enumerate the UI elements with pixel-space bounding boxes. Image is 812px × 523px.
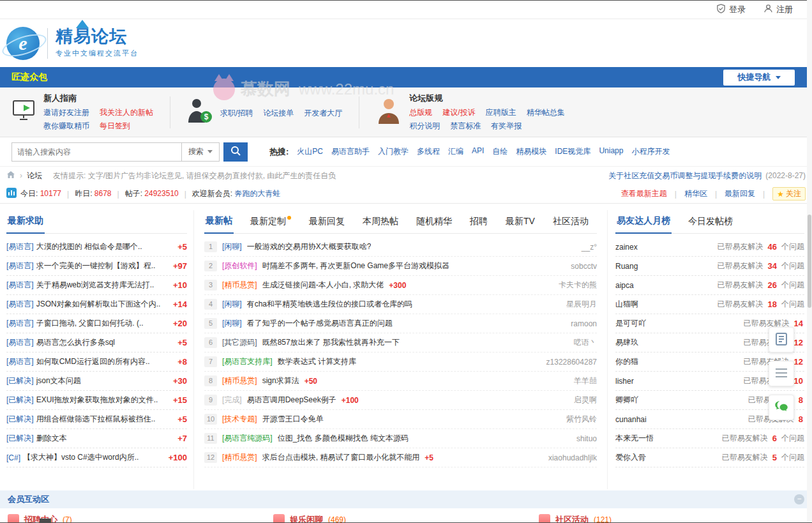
stats-link[interactable]: 最新回复	[725, 188, 755, 199]
post-author[interactable]: 紫竹风铃	[561, 414, 597, 425]
rules-link[interactable]: 积分说明	[409, 121, 440, 132]
post-author[interactable]: 星辰明月	[561, 299, 597, 310]
rank-list-item[interactable]: 本来无一悟已帮易友解决6个问题	[615, 429, 804, 448]
topic-tag[interactable]: [闲聊]	[222, 299, 242, 310]
login-button[interactable]: 登录	[716, 4, 746, 15]
topic-tag[interactable]: [易语言]	[6, 337, 34, 348]
site-logo[interactable]: 精易论坛 专业中文编程交流平台	[56, 28, 139, 58]
topic-tag[interactable]: [C#]	[6, 453, 20, 462]
tab-招聘[interactable]: 招聘	[469, 216, 489, 233]
post-list-item[interactable]: 12[精币悬赏]求后台点击模块, 精易试了窗口最小化就不能用+5xiaohuda…	[204, 448, 597, 467]
topic-title[interactable]: json文本问题	[36, 375, 81, 386]
topic-tag[interactable]: [完成]	[222, 395, 242, 406]
topic-title[interactable]: 生成泛链接问题-本人小白, 求助大佬	[262, 280, 384, 291]
topic-title[interactable]: 易语言怎么执行多条sql	[36, 337, 115, 348]
tab-社区活动[interactable]: 社区活动	[552, 216, 590, 233]
topic-title[interactable]: JSON对象如何解析取出下面这个内..	[36, 299, 161, 310]
tab-最新定制[interactable]: 最新定制	[249, 216, 292, 233]
topic-tag[interactable]: [精币悬赏]	[222, 280, 257, 291]
post-author[interactable]: z13228604287	[541, 358, 597, 367]
post-author[interactable]: __z°	[576, 243, 597, 252]
newbie-link[interactable]: 邀请好友注册	[43, 107, 89, 118]
post-list-item[interactable]: 9[完成]易语言调用DeepSeek例子+100启灵啊	[204, 391, 597, 410]
topic-tag[interactable]: [已解决]	[6, 375, 34, 386]
home-icon[interactable]	[6, 171, 15, 181]
topic-title[interactable]: 如何取CMD运行返回的所有内容..	[36, 356, 150, 367]
follow-link[interactable]: ★关注	[772, 187, 806, 201]
topic-tag[interactable]: [已解决]	[6, 414, 34, 425]
topic-tag[interactable]: [闲聊]	[222, 318, 242, 329]
member-name[interactable]: 易肆玖	[615, 337, 741, 348]
tab-latest-help[interactable]: 最新求助	[6, 215, 45, 234]
topic-title[interactable]: 求后台点击模块, 精易试了窗口最小化就不能用	[262, 452, 420, 463]
job-link[interactable]: 论坛接单	[263, 108, 294, 119]
tab-今日发帖榜[interactable]: 今日发帖榜	[687, 216, 734, 233]
topic-tag[interactable]: [易语言]	[6, 241, 34, 252]
tab-易友达人月榜[interactable]: 易友达人月榜	[615, 215, 672, 234]
topic-title[interactable]: 删除文本	[36, 433, 67, 444]
topic-title[interactable]: 看了知乎的一个帖子感觉易语言真正的问题	[247, 318, 393, 329]
member-name[interactable]: 山猫啊	[615, 299, 714, 310]
topic-title[interactable]: 位图_找色 多颜色模糊找色 纯文本源码	[278, 433, 409, 444]
help-list-item[interactable]: [C#]【求大神】vsto C#选中word内所..+100	[6, 448, 187, 467]
topic-title[interactable]: 一般游戏的交易用协X大概要获取啥?	[247, 241, 372, 252]
forum-category[interactable]: 娱乐闲聊(469)	[273, 514, 539, 523]
new-member-link[interactable]: 奔跑的大青蛙	[235, 189, 281, 198]
topic-title[interactable]: 时隔差不多两年, 再次更新One Game多平台游戏模拟器	[262, 261, 449, 271]
topic-tag[interactable]: [精币悬赏]	[222, 452, 257, 463]
help-list-item[interactable]: [易语言]如何取CMD运行返回的所有内容..+8	[6, 352, 187, 372]
topic-title[interactable]: 关于精易web浏览器支持库无法打..	[36, 280, 154, 291]
topic-tag[interactable]: [其它源码]	[222, 337, 257, 348]
breadcrumb-forum-link[interactable]: 论坛	[27, 171, 42, 181]
rules-link[interactable]: 有奖举报	[491, 121, 522, 132]
post-list-item[interactable]: 10[技术专题]开源雪王口令免单紫竹风铃	[204, 410, 597, 429]
post-author[interactable]: 卡夫卡的熊	[553, 280, 597, 291]
job-link[interactable]: 求职/招聘	[220, 108, 253, 119]
help-list-item[interactable]: [已解决]删除文本+7	[6, 429, 187, 448]
post-author[interactable]: xiaohudadhljlk	[543, 453, 597, 462]
help-list-item[interactable]: [易语言]子窗口拖动, 父窗口如何托动. (..+20	[6, 314, 187, 333]
rank-list-item[interactable]: zainex已帮易友解决46个问题	[615, 238, 804, 257]
register-button[interactable]: 注册	[763, 4, 793, 15]
topic-title[interactable]: sign求算法	[262, 375, 299, 386]
post-list-item[interactable]: 11[易语言纯源码]位图_找色 多颜色模糊找色 纯文本源码shituo	[204, 429, 597, 448]
topic-title[interactable]: EXUI拖放对象获取拖放对象的文件..	[36, 395, 158, 406]
topic-tag[interactable]: [易语言]	[6, 261, 34, 271]
menu-button[interactable]	[769, 361, 794, 386]
topic-title[interactable]: 数学表达式 计算支持库	[278, 356, 356, 367]
help-list-item[interactable]: [易语言]求一个完美的一键控制【游戏】程..+97	[6, 257, 187, 276]
quick-nav-button[interactable]: 快捷导航	[723, 70, 795, 86]
member-name[interactable]: 你的猫	[615, 356, 741, 367]
help-list-item[interactable]: [易语言]关于精易web浏览器支持库无法打..+10	[6, 276, 187, 295]
topic-tag[interactable]: [技术专题]	[222, 414, 257, 425]
search-scope-select[interactable]: 搜索	[181, 142, 220, 162]
hot-search-link[interactable]: 入门教学	[378, 146, 409, 157]
hot-search-link[interactable]: 精易模块	[516, 146, 546, 157]
forum-name-link[interactable]: 娱乐闲聊	[290, 514, 323, 523]
topic-tag[interactable]: [原创软件]	[222, 261, 257, 271]
hot-search-link[interactable]: 自绘	[492, 146, 508, 157]
topic-title[interactable]: 求一个完美的一键控制【游戏】程..	[36, 261, 156, 271]
post-list-item[interactable]: 2[原创软件]时隔差不多两年, 再次更新One Game多平台游戏模拟器sobc…	[204, 257, 597, 276]
post-list-item[interactable]: 5[闲聊]看了知乎的一个帖子感觉易语言真正的问题ramoon	[204, 314, 597, 333]
rank-list-item[interactable]: 爱你入骨已帮易友解决5个问题	[615, 448, 804, 467]
newbie-link[interactable]: 每日签到	[100, 121, 130, 132]
search-input[interactable]	[11, 142, 181, 162]
rank-list-item[interactable]: aipca已帮易友解决26个问题	[615, 276, 804, 295]
wechat-button[interactable]	[769, 395, 794, 420]
help-list-item[interactable]: [易语言]易语言怎么执行多条sql+5	[6, 333, 187, 352]
topic-tag[interactable]: [已解决]	[6, 395, 34, 406]
rank-list-item[interactable]: Ruang已帮易友解决34个问题	[615, 257, 804, 276]
post-list-item[interactable]: 3[精币悬赏]生成泛链接问题-本人小白, 求助大佬+300卡夫卡的熊	[204, 276, 597, 295]
post-list-item[interactable]: 8[精币悬赏]sign求算法+50羊羊囍	[204, 372, 597, 391]
topic-tag[interactable]: [易语言]	[6, 318, 34, 329]
topic-tag[interactable]: [易语言支持库]	[222, 356, 273, 367]
hot-search-link[interactable]: 小程序开发	[631, 146, 670, 157]
topic-tag[interactable]: [闲聊]	[222, 241, 242, 252]
topic-title[interactable]: 开源雪王口令免单	[262, 414, 324, 425]
hot-search-link[interactable]: 多线程	[417, 146, 440, 157]
member-name[interactable]: 爱你入骨	[615, 452, 719, 463]
hot-search-link[interactable]: API	[472, 146, 484, 157]
hot-search-link[interactable]: 汇编	[448, 146, 463, 157]
post-author[interactable]: 呓语丶	[569, 337, 597, 348]
